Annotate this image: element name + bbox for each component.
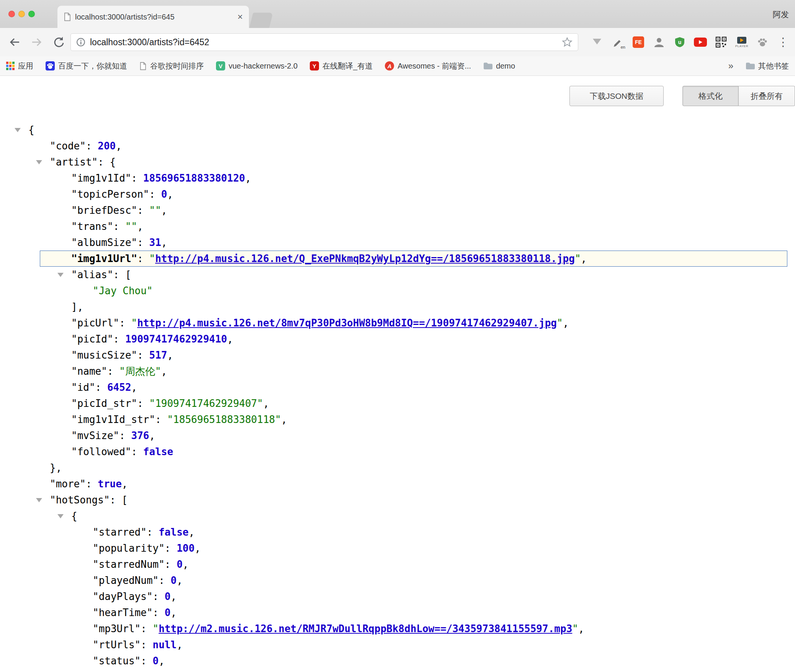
bookmark-awesomes[interactable]: A Awesomes - 前端资... <box>385 61 471 71</box>
json-value-num: 31 <box>149 237 161 248</box>
json-key: "alias" <box>71 269 113 280</box>
json-colon: : <box>119 430 131 441</box>
json-line: "briefDesc": "", <box>0 202 795 218</box>
json-line: "starredNum": 0, <box>0 556 795 572</box>
collapse-toggle-icon[interactable] <box>36 498 42 502</box>
bookmark-label: 应用 <box>18 61 33 71</box>
close-window-button[interactable] <box>8 11 15 17</box>
bookmark-label: demo <box>496 62 515 70</box>
json-key: "topicPerson" <box>71 188 149 200</box>
json-line: "name": "周杰伦", <box>0 363 795 379</box>
json-value-null: null <box>153 639 177 651</box>
paw-extension-button[interactable] <box>754 33 771 52</box>
json-key: "more" <box>50 478 86 490</box>
browser-menu-button[interactable]: ⋮ <box>774 33 792 52</box>
format-button[interactable]: 格式化 <box>682 86 739 106</box>
json-colon: : <box>113 221 125 232</box>
json-url-link[interactable]: http://p4.music.126.net/8mv7qP30Pd3oHW8b… <box>137 317 557 329</box>
browser-tab[interactable]: localhost:3000/artists?id=645 × <box>57 6 249 28</box>
bookmark-star-icon[interactable] <box>562 37 573 48</box>
json-value-punc: , <box>161 237 167 248</box>
collapse-toggle-icon[interactable] <box>57 514 64 518</box>
bookmark-google-sort[interactable]: 谷歌按时间排序 <box>139 61 204 71</box>
bookmarks-overflow-chevron[interactable]: » <box>728 61 733 71</box>
tab-close-icon[interactable]: × <box>237 12 243 21</box>
forward-button[interactable] <box>29 34 44 50</box>
fe-icon: FE <box>633 36 644 48</box>
youtube-extension-button[interactable] <box>692 33 709 52</box>
collapse-toggle-icon[interactable] <box>36 160 42 164</box>
bookmark-folder-demo[interactable]: demo <box>483 62 515 70</box>
json-colon: : <box>155 414 167 425</box>
json-line: "img1v1Id": 18569651883380120, <box>0 170 795 186</box>
shield-icon: u <box>674 36 685 48</box>
json-value-num: 517 <box>149 349 167 361</box>
json-value-punc: , <box>161 366 167 377</box>
bookmark-label: 谷歌按时间排序 <box>150 61 204 71</box>
svg-text:u: u <box>678 39 682 45</box>
json-value-punc: { <box>71 510 77 522</box>
json-value-str: "" <box>125 221 137 232</box>
json-key: "musicSize" <box>71 349 137 361</box>
pen-en-badge: en <box>621 45 625 49</box>
json-key: "starred" <box>93 526 147 538</box>
json-line: "status": 0, <box>0 653 795 669</box>
profile-extension-button[interactable] <box>650 33 668 52</box>
json-colon: : <box>153 591 165 602</box>
bookmark-baidu[interactable]: 百度一下，你就知道 <box>46 61 127 71</box>
json-value-punc: , <box>149 430 155 441</box>
address-bar[interactable]: localhost:3000/artists?id=6452 <box>70 33 578 51</box>
json-value-punc: , <box>195 543 201 554</box>
json-key: "artist" <box>50 156 98 168</box>
bookmark-label: Awesomes - 前端资... <box>398 61 471 71</box>
json-value-num: 100 <box>177 543 195 554</box>
window-controls <box>8 11 35 17</box>
json-value-punc: , <box>171 591 177 602</box>
json-line: "code": 200, <box>0 138 795 154</box>
youtube-icon <box>694 38 707 47</box>
json-value-str: "19097417462929407" <box>149 398 263 409</box>
json-line: "artist": { <box>0 154 795 170</box>
bookmark-youdao-translate[interactable]: Y 在线翻译_有道 <box>310 61 373 71</box>
json-line: "picUrl": "http://p4.music.126.net/8mv7q… <box>0 315 795 331</box>
collapse-toggle-icon[interactable] <box>57 273 64 277</box>
json-colon: : <box>86 140 98 152</box>
download-json-button[interactable]: 下载JSON数据 <box>569 86 664 106</box>
flag-extension-button[interactable] <box>588 33 606 52</box>
bookmark-apps[interactable]: 应用 <box>6 61 33 71</box>
json-value-punc: { <box>28 124 34 136</box>
player-extension-button[interactable]: PLAYER <box>733 33 751 52</box>
json-value-num: 0 <box>171 575 177 586</box>
bookmark-vue-hackernews[interactable]: V vue-hackernews-2.0 <box>216 61 298 70</box>
bookmark-label: vue-hackernews-2.0 <box>229 62 298 70</box>
collapse-toggle-icon[interactable] <box>15 128 21 132</box>
json-value-punc: , <box>131 382 137 393</box>
json-key: "code" <box>50 140 86 152</box>
shield-extension-button[interactable]: u <box>671 33 689 52</box>
json-line: "copyFrom": "", <box>0 669 795 672</box>
json-value-num: 0 <box>161 188 167 200</box>
background-tab-stub[interactable] <box>249 13 273 28</box>
json-value-num: 0 <box>165 591 171 602</box>
view-mode-toggle: 格式化 折叠所有 <box>682 86 795 106</box>
zoom-window-button[interactable] <box>28 11 35 17</box>
browser-toolbar: localhost:3000/artists?id=6452 en FE <box>0 28 795 56</box>
translate-extension-button[interactable]: en <box>609 33 627 52</box>
menu-dots-icon: ⋮ <box>777 36 789 48</box>
qrcode-extension-button[interactable] <box>712 33 730 52</box>
json-value-punc: }, <box>50 462 62 474</box>
json-key: "followed" <box>71 446 131 457</box>
json-url-link[interactable]: http://m2.music.126.net/RMJR7wDullRqppBk… <box>159 623 572 634</box>
url-text[interactable]: localhost:3000/artists?id=6452 <box>90 37 562 48</box>
json-key: "img1v1Url" <box>71 253 137 264</box>
page-info-icon[interactable] <box>76 38 85 47</box>
other-bookmarks-folder[interactable]: 其他书签 <box>746 61 789 71</box>
fe-extension-button[interactable]: FE <box>630 33 647 52</box>
minimize-window-button[interactable] <box>18 11 25 17</box>
refresh-button[interactable] <box>51 34 67 50</box>
awesomes-icon: A <box>385 61 394 70</box>
back-button[interactable] <box>7 34 22 50</box>
collapse-all-button[interactable]: 折叠所有 <box>739 86 795 106</box>
bookmark-label: 百度一下，你就知道 <box>58 61 127 71</box>
json-url-link[interactable]: http://p4.music.126.net/Q_ExePNkmqB2yWyL… <box>155 253 575 264</box>
